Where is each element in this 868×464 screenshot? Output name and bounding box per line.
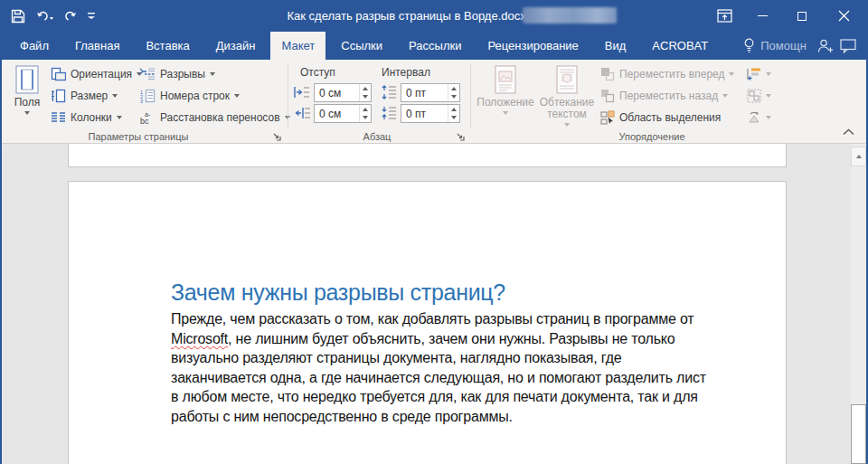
indent-right-input[interactable]: 0 см — [314, 104, 372, 123]
indent-right-value: 0 см — [319, 108, 341, 120]
breaks-label: Разрывы — [160, 68, 205, 80]
tab-view[interactable]: Вид — [594, 32, 637, 60]
spacing-after-input[interactable]: 0 пт — [401, 104, 460, 123]
maximize-button[interactable] — [783, 0, 821, 32]
breaks-icon — [139, 67, 156, 81]
svg-text:bc: bc — [140, 117, 149, 125]
document-canvas: Зачем нужны разрывы страниц? Прежде, чем… — [2, 144, 851, 464]
orientation-label: Ориентация — [71, 68, 132, 80]
indent-left-up-button[interactable] — [360, 84, 371, 93]
bring-forward-button: Переместить вперед — [597, 63, 738, 84]
spacing-before-value: 0 пт — [406, 87, 426, 99]
body-line: Прежде, чем рассказать о том, как добавл… — [171, 309, 706, 329]
indent-left-icon — [294, 85, 310, 99]
spacing-before-input[interactable]: 0 пт — [401, 83, 460, 102]
spacing-after-down-button[interactable] — [448, 114, 459, 123]
rotate-objects-button — [743, 107, 775, 128]
tell-me-assistant[interactable]: Помощн — [736, 32, 814, 60]
selection-pane-button[interactable]: Область выделения — [597, 107, 724, 128]
title-bar: Как сделать разрыв страницы в Ворде.docx… — [0, 0, 868, 32]
close-button[interactable] — [825, 0, 863, 32]
indent-left-value: 0 см — [319, 87, 341, 99]
selection-pane-icon — [600, 110, 615, 125]
tab-layout[interactable]: Макет — [270, 32, 326, 60]
spacing-before-icon — [381, 85, 397, 99]
hyphenation-button[interactable]: a- bc Расстановка переносов — [136, 107, 294, 128]
line-numbers-button[interactable]: 1 2 3 Номера строк — [136, 85, 243, 106]
minimize-button[interactable] — [743, 0, 781, 32]
document-body-text: Прежде, чем рассказать о том, как добавл… — [171, 309, 706, 426]
lightbulb-icon — [743, 38, 755, 53]
customize-quick-access-icon[interactable] — [83, 5, 99, 28]
paragraph-group-label: Абзац — [291, 131, 463, 142]
align-objects-button — [743, 63, 775, 84]
bring-forward-label: Переместить вперед — [619, 68, 724, 80]
share-sign-in-icon[interactable] — [814, 32, 837, 60]
indent-right-down-button[interactable] — [360, 114, 371, 123]
spacing-after-value: 0 пт — [406, 108, 426, 120]
spacing-after-up-button[interactable] — [448, 105, 459, 114]
ribbon-display-options-button[interactable] — [705, 0, 743, 32]
breaks-button[interactable]: Разрывы — [136, 63, 219, 84]
send-backward-label: Переместить назад — [619, 90, 718, 102]
scrollbar-thumb[interactable] — [851, 404, 866, 464]
vertical-scrollbar[interactable] — [851, 144, 866, 464]
spacing-before-down-button[interactable] — [448, 93, 459, 102]
word-window: Как сделать разрыв страницы в Ворде.docx… — [0, 0, 868, 464]
indent-left-down-button[interactable] — [360, 93, 371, 102]
orientation-button[interactable]: Ориентация — [47, 63, 146, 84]
tab-insert[interactable]: Вставка — [135, 32, 200, 60]
spacing-after-icon — [381, 106, 397, 120]
paragraph-dialog-launcher-icon[interactable] — [454, 130, 467, 143]
send-backward-icon — [600, 89, 615, 103]
indent-right-icon — [294, 106, 310, 120]
spacing-column-label: Интервал — [382, 66, 430, 79]
position-button: Положение — [476, 62, 535, 128]
comments-icon[interactable] — [837, 32, 861, 60]
assistant-label: Помощн — [760, 39, 807, 52]
margins-icon — [15, 65, 39, 94]
tab-mailings[interactable]: Рассылки — [398, 32, 472, 60]
tab-acrobat[interactable]: ACROBAT — [641, 32, 719, 60]
size-icon — [51, 89, 66, 103]
save-icon[interactable] — [7, 5, 29, 28]
tab-references[interactable]: Ссылки — [330, 32, 393, 60]
tab-home[interactable]: Главная — [64, 32, 130, 60]
previous-page-bottom[interactable] — [68, 144, 787, 167]
document-page[interactable]: Зачем нужны разрывы страниц? Прежде, чем… — [68, 181, 787, 464]
tab-file[interactable]: Файл — [9, 32, 60, 60]
tab-design[interactable]: Дизайн — [205, 32, 267, 60]
indent-column-label: Отступ — [300, 66, 335, 79]
tab-review[interactable]: Рецензирование — [476, 32, 589, 60]
undo-icon[interactable] — [34, 5, 56, 28]
bring-forward-icon — [600, 67, 615, 81]
hyphenation-icon: a- bc — [139, 110, 156, 125]
scroll-up-icon[interactable] — [851, 147, 866, 166]
redo-icon[interactable] — [61, 5, 78, 28]
page-setup-dialog-launcher-icon[interactable] — [270, 130, 283, 143]
svg-text:3: 3 — [140, 98, 143, 103]
wrap-text-icon — [554, 65, 580, 94]
columns-label: Колонки — [71, 111, 112, 124]
wrap-text-button: Обтекание текстом — [537, 62, 597, 128]
line-numbers-label: Номера строк — [160, 90, 230, 102]
arrange-group-label: Упорядочение — [476, 131, 828, 142]
size-button[interactable]: Размер — [47, 85, 121, 106]
selection-pane-label: Область выделения — [619, 111, 721, 124]
window-border-left — [0, 32, 2, 464]
align-objects-icon — [747, 67, 761, 81]
margins-label: Поля — [14, 97, 41, 109]
indent-right-up-button[interactable] — [360, 105, 371, 114]
document-heading: Зачем нужны разрывы страниц? — [171, 279, 505, 306]
columns-button[interactable]: Колонки — [47, 107, 126, 128]
quick-access-toolbar — [7, 0, 99, 32]
body-line: работы с ним непосредственно в среде про… — [171, 407, 706, 427]
spacing-before-up-button[interactable] — [448, 84, 459, 93]
indent-left-input[interactable]: 0 см — [314, 83, 372, 102]
margins-button[interactable]: Поля — [7, 62, 47, 128]
orientation-icon — [51, 67, 66, 81]
body-line: Microsoft, не лишним будет объяснить, за… — [171, 329, 706, 349]
position-icon — [493, 65, 518, 94]
collapse-ribbon-icon[interactable] — [843, 126, 854, 138]
columns-icon — [51, 110, 66, 125]
